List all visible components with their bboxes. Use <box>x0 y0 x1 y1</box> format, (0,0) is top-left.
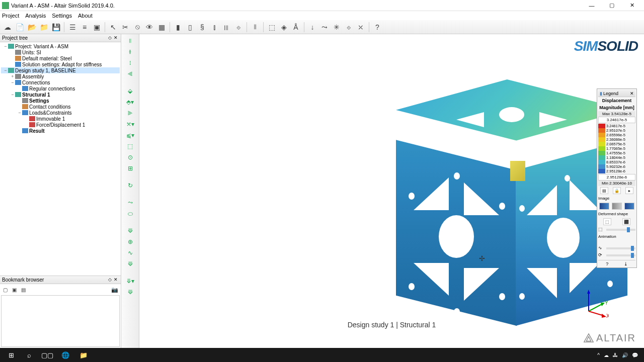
legend-img1[interactable] <box>599 203 609 210</box>
start-button[interactable]: ⊞ <box>2 348 20 362</box>
tray-net-icon[interactable]: 🖧 <box>613 352 618 358</box>
constraint6-button[interactable]: ⟐ <box>233 22 244 33</box>
box-button[interactable]: ▣ <box>91 22 102 33</box>
legend-min-input[interactable] <box>598 174 635 180</box>
help-button[interactable]: ? <box>372 22 383 33</box>
show-button[interactable]: 👁 <box>144 22 155 33</box>
load5-button[interactable]: ⤫ <box>355 22 366 33</box>
taskview-button[interactable]: ▢▢ <box>38 348 56 362</box>
tree-item[interactable]: Regular connections <box>1 85 120 92</box>
tree-item[interactable]: Force/Displacement 1 <box>1 122 120 128</box>
legend-img2[interactable] <box>612 203 622 210</box>
tree-close-button[interactable]: ✕ <box>113 35 119 41</box>
vbtn-20[interactable]: ⟱ <box>124 288 137 297</box>
legend-help-button[interactable]: ? <box>606 261 608 266</box>
tray-cloud-icon[interactable]: ☁ <box>604 352 609 358</box>
vbtn-17[interactable]: ∿ <box>124 248 137 257</box>
legend-btn-lock[interactable]: 🔒 <box>613 187 621 194</box>
taskbar-app2[interactable]: 📁 <box>74 348 93 362</box>
close-button[interactable]: ✕ <box>622 1 642 11</box>
tree-item[interactable]: Immovable 1 <box>1 116 120 122</box>
folder-button[interactable]: 📁 <box>38 22 49 33</box>
constraint5-button[interactable]: ⫼ <box>221 22 232 33</box>
tray-up-icon[interactable]: ^ <box>597 352 600 358</box>
vbtn-12[interactable]: ⊞ <box>124 164 137 173</box>
legend-img3[interactable] <box>624 203 634 210</box>
vbtn-16[interactable]: ⊕ <box>124 237 137 246</box>
bookmark-pin-button[interactable]: ◇ <box>107 277 113 283</box>
load4-button[interactable]: ⟐ <box>343 22 354 33</box>
legend-titlebar[interactable]: ▮ Legend ✕ <box>598 90 635 97</box>
tree-item[interactable]: Solution settings: Adapt for stiffness <box>1 61 120 67</box>
legend-def1[interactable]: ⬚ <box>603 218 611 225</box>
tree-item[interactable]: −Loads&Constraints <box>1 110 120 116</box>
cloud-button[interactable]: ☁ <box>2 22 13 33</box>
legend-max-input[interactable] <box>598 117 635 123</box>
load3-button[interactable]: ✳ <box>331 22 342 33</box>
vbtn-7[interactable]: ⫸ <box>124 109 137 118</box>
constraint2-button[interactable]: ▯ <box>185 22 196 33</box>
constraint4-button[interactable]: ⫿ <box>209 22 220 33</box>
bookmark-btn3[interactable]: ▤ <box>19 286 27 294</box>
vbtn-8[interactable]: ⤧▾ <box>124 120 137 129</box>
vbtn-18[interactable]: ⟱ <box>124 259 137 268</box>
tree-item[interactable]: −Connections <box>1 79 120 85</box>
vbtn-5[interactable]: ⬙ <box>124 86 137 96</box>
tool2-button[interactable]: ◈ <box>278 22 289 33</box>
measure-button[interactable]: Å <box>290 22 301 33</box>
taskbar-app1[interactable]: 🌐 <box>56 348 74 362</box>
tray-vol-icon[interactable]: 🔊 <box>622 352 628 358</box>
tree-item[interactable]: −Design study 1, BASELINE <box>1 67 120 73</box>
viewport-3d[interactable]: SIMSOLID <box>139 34 644 348</box>
vbtn-1[interactable]: ⫴ <box>124 36 137 45</box>
vbtn-9[interactable]: ⫹▾ <box>124 131 137 140</box>
tree-item[interactable]: +Assembly <box>1 73 120 79</box>
hide-button[interactable]: ⦸ <box>132 22 143 33</box>
vbtn-3[interactable]: ⫶ <box>124 58 137 67</box>
bookmark-close-button[interactable]: ✕ <box>113 277 119 283</box>
tree-item[interactable]: Units: SI <box>1 49 120 55</box>
legend-def2[interactable]: ⬛ <box>622 218 630 225</box>
align-button[interactable]: ≡ <box>79 22 90 33</box>
analysis-button[interactable]: ⫴ <box>250 22 261 33</box>
load1-button[interactable]: ↓ <box>307 22 318 33</box>
cut-button[interactable]: ✂ <box>120 22 131 33</box>
tree-pin-button[interactable]: ◇ <box>107 35 113 41</box>
system-tray[interactable]: ^ ☁ 🖧 🔊 💬 <box>597 352 642 358</box>
maximize-button[interactable]: ▢ <box>602 1 622 11</box>
view-triad[interactable]: Z Y X <box>579 289 609 319</box>
bookmark-btn2[interactable]: ▣ <box>10 286 18 294</box>
save-button[interactable]: 💾 <box>50 22 61 33</box>
menu-about[interactable]: About <box>78 13 93 19</box>
tree-item[interactable]: Contact conditions <box>1 104 120 110</box>
search-button[interactable]: ⌕ <box>20 348 38 362</box>
new-button[interactable]: 📄 <box>14 22 25 33</box>
tray-action-icon[interactable]: 💬 <box>632 352 638 358</box>
mesh-button[interactable]: ▦ <box>156 22 167 33</box>
legend-btn-arrow[interactable]: ▸ <box>625 187 633 194</box>
minimize-button[interactable]: — <box>582 1 602 11</box>
project-tree[interactable]: −Project: Variant A - ASMUnits: SIDefaul… <box>0 42 121 276</box>
pointer-button[interactable]: ↖ <box>108 22 119 33</box>
constraint1-button[interactable]: ▮ <box>173 22 184 33</box>
vbtn-19[interactable]: ⤋▾ <box>124 277 137 286</box>
vbtn-2[interactable]: ⫵ <box>124 47 137 56</box>
tree-item[interactable]: Default material: Steel <box>1 55 120 61</box>
tool1-button[interactable]: ⬚ <box>266 22 277 33</box>
vbtn-6[interactable]: ⬘▾ <box>124 98 137 107</box>
bookmark-btn1[interactable]: ▢ <box>1 286 9 294</box>
list-button[interactable]: ☰ <box>67 22 78 33</box>
menu-settings[interactable]: Settings <box>52 13 72 19</box>
anim-slider1[interactable]: ∿ <box>598 245 635 252</box>
vbtn-14[interactable]: ⬭ <box>124 209 137 218</box>
tree-item[interactable]: Settings <box>1 98 120 104</box>
vbtn-10[interactable]: ⬚ <box>124 142 137 151</box>
menu-project[interactable]: Project <box>2 13 19 19</box>
legend-export-button[interactable]: ⤓ <box>624 261 628 266</box>
vbtn-13[interactable]: ⤳ <box>124 198 137 207</box>
anim-slider2[interactable]: ⟳ <box>598 252 635 259</box>
menu-analysis[interactable]: Analysis <box>25 13 46 19</box>
legend-close-button[interactable]: ✕ <box>630 91 634 96</box>
constraint3-button[interactable]: § <box>197 22 208 33</box>
vbtn-4[interactable]: ⫷ <box>124 69 137 78</box>
